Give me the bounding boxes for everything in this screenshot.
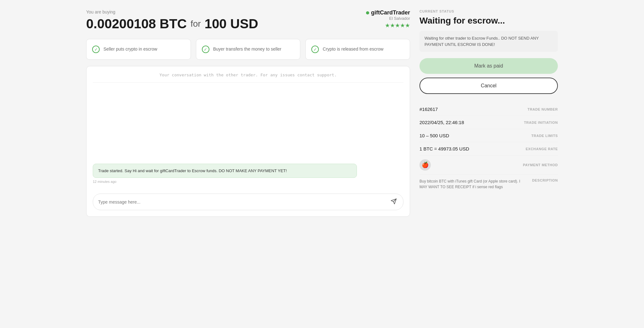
step-3: ✓ Crypto is released from escrow [305, 39, 410, 60]
description-text: Buy bitcoin BTC with iTunes gift Card (o… [419, 175, 527, 190]
fiat-amount: 100 USD [205, 16, 258, 31]
online-dot [366, 11, 369, 14]
description-row: Buy bitcoin BTC with iTunes gift Card (o… [419, 175, 558, 190]
chat-container: Your conversation with the other trader.… [86, 66, 410, 217]
trade-limits-label: TRADE LIMITS [531, 134, 558, 138]
payment-method-row: 🍎 PAYMENT METHOD [419, 156, 558, 175]
trader-location: El Salvador [366, 16, 410, 21]
payment-method-label: PAYMENT METHOD [523, 163, 558, 167]
for-word: for [191, 19, 201, 29]
trade-amount: 0.00200108 BTC for 100 USD [86, 16, 258, 31]
status-title: Waiting for escrow... [419, 16, 558, 26]
trade-number-row: #162617 TRADE NUMBER [419, 103, 558, 116]
trade-limits-value: 10 – 500 USD [419, 133, 449, 138]
exchange-rate-label: EXCHANGE RATE [526, 147, 558, 151]
step-2-icon: ✓ [202, 46, 209, 53]
trade-initiation-label: TRADE INITIATION [524, 121, 558, 124]
step-2-text: Buyer transfers the money to seller [213, 46, 281, 52]
mark-paid-button[interactable]: Mark as paid [419, 58, 558, 74]
trade-number-value: #162617 [419, 107, 438, 112]
crypto-amount: 0.00200108 BTC [86, 16, 187, 31]
step-1-text: Seller puts crypto in escrow [103, 46, 157, 52]
trade-limits-row: 10 – 500 USD TRADE LIMITS [419, 129, 558, 142]
chat-time: 12 minutes ago [93, 180, 403, 183]
description-label: DESCRIPTION [532, 175, 558, 182]
chat-header: Your conversation with the other trader.… [93, 73, 403, 83]
step-3-text: Crypto is released from escrow [323, 46, 383, 52]
steps-container: ✓ Seller puts crypto in escrow ✓ Buyer t… [86, 39, 410, 60]
chat-input-row[interactable] [93, 194, 403, 210]
trader-stars: ★★★★★ [366, 22, 410, 29]
escrow-warning: Waiting for other trader to Escrow Funds… [419, 31, 558, 52]
chat-input[interactable] [98, 200, 389, 205]
chat-messages: Trade started. Say Hi and wait for giftC… [93, 88, 403, 190]
buying-label: You are buying [86, 9, 258, 14]
trade-number-label: TRADE NUMBER [528, 107, 558, 111]
trader-name: giftCardTrader [366, 9, 410, 16]
exchange-rate-row: 1 BTC = 49973.05 USD EXCHANGE RATE [419, 142, 558, 156]
step-1-icon: ✓ [92, 46, 100, 53]
cancel-button[interactable]: Cancel [419, 78, 558, 94]
right-panel: CURRENT STATUS Waiting for escrow... Wai… [419, 9, 558, 217]
exchange-rate-value: 1 BTC = 49973.05 USD [419, 146, 469, 151]
trade-initiation-row: 2022/04/25, 22:46:18 TRADE INITIATION [419, 116, 558, 129]
step-3-icon: ✓ [311, 46, 319, 53]
step-2: ✓ Buyer transfers the money to seller [196, 39, 301, 60]
send-button[interactable] [389, 197, 398, 207]
payment-icon: 🍎 [419, 159, 431, 171]
step-1: ✓ Seller puts crypto in escrow [86, 39, 191, 60]
current-status-label: CURRENT STATUS [419, 9, 558, 13]
chat-bubble: Trade started. Say Hi and wait for giftC… [93, 164, 357, 178]
trader-info: giftCardTrader El Salvador ★★★★★ [366, 9, 410, 29]
trade-initiation-value: 2022/04/25, 22:46:18 [419, 120, 464, 125]
